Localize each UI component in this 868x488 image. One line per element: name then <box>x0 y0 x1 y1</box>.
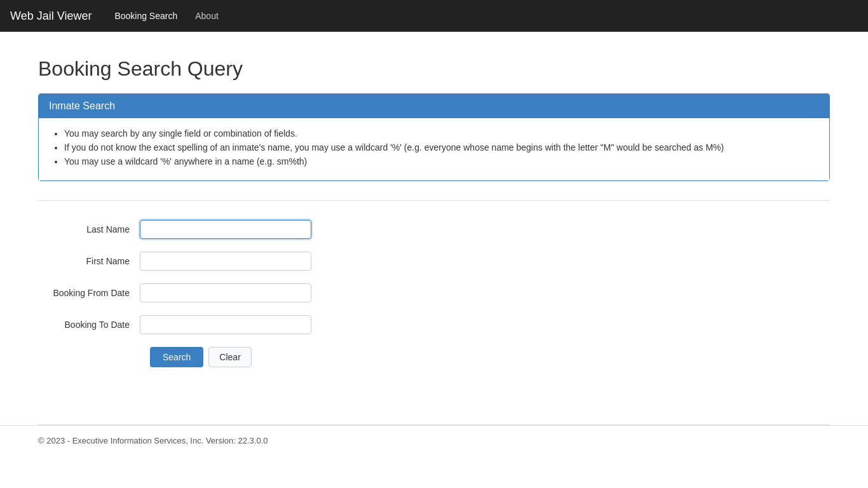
navbar: Web Jail Viewer Booking Search About <box>0 0 868 32</box>
first-name-input[interactable] <box>140 252 311 271</box>
search-form: Last Name First Name Booking From Date B… <box>38 214 830 399</box>
info-bullet-2: If you do not know the exact spelling of… <box>64 142 817 152</box>
info-box-header: Inmate Search <box>39 94 829 118</box>
main-content: Booking Search Query Inmate Search You m… <box>0 32 868 424</box>
search-button[interactable]: Search <box>150 347 203 367</box>
button-row: Search Clear <box>150 347 830 367</box>
page-title: Booking Search Query <box>38 57 830 81</box>
footer: © 2023 - Executive Information Services,… <box>0 425 868 456</box>
footer-text: © 2023 - Executive Information Services,… <box>38 436 268 445</box>
last-name-input[interactable] <box>140 220 311 239</box>
navbar-brand[interactable]: Web Jail Viewer <box>10 10 92 23</box>
booking-to-date-input[interactable] <box>140 315 311 334</box>
last-name-label: Last Name <box>38 224 140 234</box>
booking-to-date-label: Booking To Date <box>38 320 140 330</box>
booking-from-date-group: Booking From Date <box>38 283 830 302</box>
clear-button[interactable]: Clear <box>208 347 251 367</box>
info-box-body: You may search by any single field or co… <box>39 118 829 180</box>
nav-link-booking-search[interactable]: Booking Search <box>107 6 185 26</box>
booking-from-date-label: Booking From Date <box>38 288 140 298</box>
info-box: Inmate Search You may search by any sing… <box>38 93 830 181</box>
info-bullet-3: You may use a wildcard '%' anywhere in a… <box>64 156 817 166</box>
info-bullet-1: You may search by any single field or co… <box>64 128 817 139</box>
booking-from-date-input[interactable] <box>140 283 311 302</box>
navbar-nav: Booking Search About <box>107 6 226 26</box>
first-name-label: First Name <box>38 256 140 266</box>
last-name-group: Last Name <box>38 220 830 239</box>
form-divider <box>38 200 830 201</box>
nav-link-about[interactable]: About <box>187 6 226 26</box>
info-bullet-list: You may search by any single field or co… <box>51 128 817 166</box>
first-name-group: First Name <box>38 252 830 271</box>
booking-to-date-group: Booking To Date <box>38 315 830 334</box>
